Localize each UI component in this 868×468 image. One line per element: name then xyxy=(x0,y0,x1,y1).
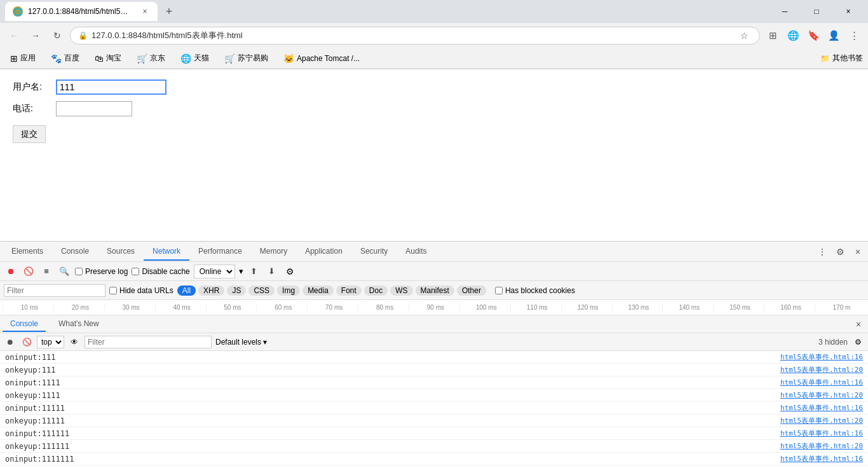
console-toolbar: ⏺ 🚫 top 👁 Default levels ▾ 3 hidden ⚙ xyxy=(0,333,868,351)
other-bookmarks[interactable]: 📁 其他书签 xyxy=(820,53,863,64)
console-tab-console[interactable]: Console xyxy=(3,317,46,332)
log-source[interactable]: html5表单事件.html:20 xyxy=(780,416,863,425)
console-settings-button[interactable]: ⚙ xyxy=(851,336,864,348)
username-input[interactable] xyxy=(56,79,166,95)
filter-tag-doc[interactable]: Doc xyxy=(364,286,388,296)
taobao-icon: 🛍 xyxy=(95,53,104,64)
filter-tag-img[interactable]: Img xyxy=(277,286,300,296)
bookmark-suning[interactable]: 🛒 苏宁易购 xyxy=(219,51,273,65)
filter-toggle-button[interactable]: ≡ xyxy=(39,265,53,279)
console-tab-whatsnew[interactable]: What's New xyxy=(51,317,107,332)
filter-tag-media[interactable]: Media xyxy=(302,286,334,296)
new-tab-button[interactable]: + xyxy=(160,3,178,20)
submit-button[interactable]: 提交 xyxy=(13,125,46,143)
console-close-button[interactable]: × xyxy=(851,317,865,331)
has-blocked-cookies-label[interactable]: Has blocked cookies xyxy=(495,286,575,295)
log-source[interactable]: html5表单事件.html:20 xyxy=(780,390,863,400)
tab-close-button[interactable]: × xyxy=(140,6,150,17)
tab-console[interactable]: Console xyxy=(52,243,98,261)
browser-tab[interactable]: 🌐 127.0.0.1:8848/html5/html5表… × xyxy=(5,2,158,21)
disable-cache-checkbox[interactable] xyxy=(132,268,139,275)
preserve-log-label[interactable]: Preserve log xyxy=(75,267,128,276)
filter-tag-manifest[interactable]: Manifest xyxy=(416,286,454,296)
bookmark-taobao-label: 淘宝 xyxy=(106,53,121,64)
devtools-settings-button[interactable]: ⚙ xyxy=(832,244,848,259)
log-source[interactable]: html5表单事件.html:16 xyxy=(780,429,863,438)
search-button[interactable]: 🔍 xyxy=(57,265,71,279)
bookmark-apps-label: 应用 xyxy=(20,53,36,64)
tab-security[interactable]: Security xyxy=(351,243,397,261)
console-log: oninput:111html5表单事件.html:16onkeyup:111h… xyxy=(0,351,868,468)
timeline-130ms: 130 ms xyxy=(612,304,663,311)
throttling-select[interactable]: Online xyxy=(194,265,235,279)
hide-data-urls-label[interactable]: Hide data URLs xyxy=(109,286,173,295)
filter-tag-all[interactable]: All xyxy=(177,286,196,296)
submit-row: 提交 xyxy=(13,123,855,143)
tab-performance[interactable]: Performance xyxy=(189,243,251,261)
bookmark-baidu[interactable]: 🐾 百度 xyxy=(46,51,85,65)
tab-application[interactable]: Application xyxy=(296,243,351,261)
filter-tag-css[interactable]: CSS xyxy=(248,286,275,296)
bookmark-star-button[interactable]: ☆ xyxy=(736,28,752,43)
default-levels-dropdown[interactable]: Default levels ▾ xyxy=(215,338,267,347)
log-source[interactable]: html5表单事件.html:20 xyxy=(780,441,863,451)
preserve-log-checkbox[interactable] xyxy=(75,268,83,275)
clear-button[interactable]: 🚫 xyxy=(22,265,36,279)
filter-tag-js[interactable]: JS xyxy=(227,286,246,296)
minimize-button[interactable]: ─ xyxy=(770,2,799,21)
globe-icon[interactable]: 🌐 xyxy=(784,27,802,45)
record-button[interactable]: ⏺ xyxy=(4,265,18,279)
filter-tag-other[interactable]: Other xyxy=(457,286,486,296)
bookmark-taobao[interactable]: 🛍 淘宝 xyxy=(90,51,126,65)
close-button[interactable]: × xyxy=(834,2,863,21)
devtools-more-button[interactable]: ⋮ xyxy=(815,244,830,259)
console-filter-input[interactable] xyxy=(85,336,212,348)
url-bar[interactable]: 🔒 127.0.0.1:8848/html5/html5表单事件.html ☆ xyxy=(70,27,760,45)
baidu-icon: 🐾 xyxy=(51,53,62,64)
tab-sources[interactable]: Sources xyxy=(98,243,144,261)
filter-tag-xhr[interactable]: XHR xyxy=(198,286,224,296)
log-source[interactable]: html5表单事件.html:16 xyxy=(780,378,863,387)
devtools-close-button[interactable]: × xyxy=(850,244,865,259)
tab-elements[interactable]: Elements xyxy=(3,243,52,261)
bookmark-tomcat[interactable]: 🐱 Apache Tomcat /... xyxy=(278,52,365,65)
filter-tag-font[interactable]: Font xyxy=(336,286,362,296)
bookmark-jingdong[interactable]: 🛒 京东 xyxy=(132,51,170,65)
profile-icon[interactable]: 👤 xyxy=(825,27,843,45)
jd-icon: 🛒 xyxy=(137,53,147,64)
apps-icon: ⊞ xyxy=(10,53,18,64)
filter-tag-ws[interactable]: WS xyxy=(390,286,412,296)
clear-console-button[interactable]: ⏺ xyxy=(4,336,17,348)
import-button[interactable]: ⬆ xyxy=(247,265,261,279)
maximize-button[interactable]: □ xyxy=(802,2,831,21)
back-button[interactable]: ← xyxy=(5,27,23,45)
network-settings-button[interactable]: ⚙ xyxy=(283,264,298,279)
forward-button[interactable]: → xyxy=(27,27,44,45)
tab-network[interactable]: Network xyxy=(144,243,189,261)
phone-input[interactable] xyxy=(56,101,132,116)
bookmark-apps[interactable]: ⊞ 应用 xyxy=(5,51,41,65)
tab-memory[interactable]: Memory xyxy=(251,243,296,261)
log-source[interactable]: html5表单事件.html:16 xyxy=(780,403,863,413)
has-blocked-cookies-text: Has blocked cookies xyxy=(505,286,575,295)
throttling-arrow: ▾ xyxy=(239,266,243,276)
username-row: 用户名: xyxy=(13,79,855,95)
extensions-icon[interactable]: ⊞ xyxy=(764,27,782,45)
export-button[interactable]: ⬇ xyxy=(265,265,279,279)
has-blocked-cookies-checkbox[interactable] xyxy=(495,287,503,294)
disable-cache-label[interactable]: Disable cache xyxy=(132,267,189,276)
refresh-button[interactable]: ↻ xyxy=(48,27,66,45)
stop-console-button[interactable]: 🚫 xyxy=(20,336,33,348)
log-source[interactable]: html5表单事件.html:16 xyxy=(780,352,863,362)
log-source[interactable]: html5表单事件.html:20 xyxy=(780,365,863,375)
bookmark-icon[interactable]: 🔖 xyxy=(804,27,822,45)
hide-data-urls-checkbox[interactable] xyxy=(109,287,117,294)
context-select[interactable]: top xyxy=(37,336,64,348)
bookmark-tianmao[interactable]: 🌐 天猫 xyxy=(175,51,214,65)
bookmark-jd-label: 京东 xyxy=(150,53,165,64)
menu-icon[interactable]: ⋮ xyxy=(845,27,863,45)
tab-audits[interactable]: Audits xyxy=(397,243,435,261)
console-section: Console What's New × ⏺ 🚫 top 👁 Default l… xyxy=(0,315,868,468)
filter-input[interactable] xyxy=(4,284,105,297)
log-source[interactable]: html5表单事件.html:16 xyxy=(780,454,863,464)
